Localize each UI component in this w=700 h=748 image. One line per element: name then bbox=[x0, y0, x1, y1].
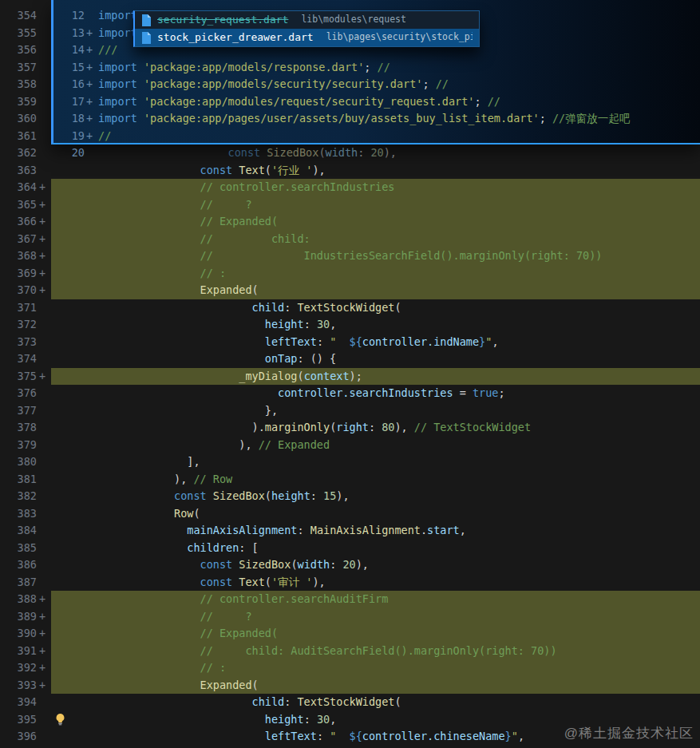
line-number[interactable]: 355 bbox=[0, 25, 37, 42]
suggestion-filename: security_request.dart bbox=[157, 11, 288, 29]
line-number[interactable]: 372 bbox=[0, 316, 37, 334]
line-content[interactable]: ], bbox=[51, 453, 700, 471]
line-number[interactable]: 375 bbox=[0, 368, 37, 386]
line-number[interactable]: 373 bbox=[0, 334, 37, 351]
line-content[interactable]: const SizedBox(width: 20), bbox=[51, 556, 700, 574]
line-number[interactable]: 368 bbox=[0, 247, 37, 265]
line-content[interactable]: const Text('行业 '), bbox=[51, 162, 700, 180]
line-number[interactable]: 365 bbox=[0, 196, 37, 214]
line-number[interactable]: 396 bbox=[0, 728, 37, 746]
line-content[interactable]: const Text('审计 '), bbox=[51, 574, 700, 592]
line-number[interactable]: 386 bbox=[0, 556, 37, 574]
line-number[interactable]: 366 bbox=[0, 213, 37, 231]
line-number[interactable]: 370 bbox=[0, 282, 37, 299]
line-number[interactable]: 357 bbox=[0, 59, 37, 77]
line-number[interactable]: 389 bbox=[0, 608, 37, 626]
line-gutter: 390+ bbox=[0, 625, 51, 643]
line-content[interactable]: // : bbox=[51, 659, 700, 677]
quick-fix-lightbulb-icon[interactable] bbox=[55, 714, 66, 726]
line-content[interactable]: leftText: " ${controller.indName}", bbox=[51, 334, 700, 351]
line-number[interactable]: 358 bbox=[0, 76, 37, 93]
line-number[interactable]: 383 bbox=[0, 505, 37, 523]
line-content[interactable]: Expanded( bbox=[51, 677, 700, 695]
line-number[interactable]: 378 bbox=[0, 419, 37, 437]
code-line: 387 const Text('审计 '), bbox=[0, 574, 700, 592]
line-content[interactable]: Expanded( bbox=[51, 282, 700, 299]
line-content[interactable]: 15+import 'package:app/models/response.d… bbox=[51, 59, 700, 77]
code-line: 36119+// bbox=[0, 128, 700, 145]
line-content[interactable]: }, bbox=[51, 402, 700, 420]
line-content[interactable]: child: TextStockWidget( bbox=[51, 694, 700, 711]
code-token: ${ bbox=[350, 335, 362, 348]
code-token: , bbox=[330, 318, 336, 330]
line-number[interactable]: 369 bbox=[0, 265, 37, 283]
line-content[interactable]: Row( bbox=[51, 505, 700, 523]
line-content[interactable]: mainAxisAlignment: MainAxisAlignment.sta… bbox=[51, 522, 700, 540]
indent-whitespace bbox=[70, 370, 239, 382]
line-number[interactable]: 371 bbox=[0, 299, 37, 317]
line-number[interactable]: 380 bbox=[0, 453, 37, 471]
line-content[interactable]: ).marginOnly(right: 80), // TextStockWid… bbox=[51, 419, 700, 437]
line-content[interactable]: child: TextStockWidget( bbox=[51, 299, 700, 317]
line-number[interactable]: 362 bbox=[0, 144, 37, 162]
line-content[interactable]: ), // Row bbox=[51, 471, 700, 489]
line-number[interactable]: 382 bbox=[0, 488, 37, 505]
line-content[interactable]: 20 const SizedBox(width: 20), bbox=[51, 144, 700, 162]
line-number[interactable]: 390 bbox=[0, 625, 37, 643]
line-content[interactable]: controller.searchIndustries = true; bbox=[51, 385, 700, 402]
line-content[interactable]: // ? bbox=[51, 196, 700, 214]
line-number[interactable]: 388 bbox=[0, 591, 37, 608]
code-token: : bbox=[317, 335, 330, 348]
line-number[interactable]: 392 bbox=[0, 659, 37, 677]
line-gutter: 396 bbox=[0, 728, 51, 746]
line-number[interactable]: 381 bbox=[0, 471, 37, 489]
line-number[interactable]: 376 bbox=[0, 385, 37, 402]
line-gutter: 360 bbox=[0, 110, 51, 128]
diff-added-marker bbox=[37, 471, 51, 489]
line-content[interactable]: // IndustriesSearchField().marginOnly(ri… bbox=[51, 247, 700, 265]
line-content[interactable]: ), // Expanded bbox=[51, 437, 700, 454]
line-content[interactable]: height: 30, bbox=[51, 316, 700, 334]
line-number[interactable]: 354 bbox=[0, 7, 37, 25]
line-number[interactable]: 385 bbox=[0, 540, 37, 557]
line-number[interactable]: 377 bbox=[0, 402, 37, 420]
line-number[interactable]: 367 bbox=[0, 231, 37, 248]
suggestion-item[interactable]: security_request.dartlib\modules\request bbox=[135, 11, 479, 29]
line-number[interactable]: 361 bbox=[0, 128, 37, 145]
line-content[interactable]: // controller.searchAuditFirm bbox=[51, 591, 700, 608]
line-content[interactable]: onTap: () { bbox=[51, 350, 700, 368]
line-content[interactable]: // controller.searchIndustries bbox=[51, 179, 700, 196]
line-content[interactable]: 17+import 'package:app/modules/request/s… bbox=[51, 93, 700, 111]
code-token bbox=[137, 61, 144, 73]
line-content[interactable]: // Expanded( bbox=[51, 213, 700, 231]
line-content[interactable]: children: [ bbox=[51, 540, 700, 557]
line-number[interactable]: 360 bbox=[0, 110, 37, 128]
code-token: : bbox=[284, 301, 297, 314]
suggestion-item[interactable]: stock_picker_dreawer.dartlib\pages\secur… bbox=[135, 29, 479, 46]
line-content[interactable]: // : bbox=[51, 265, 700, 283]
indent-whitespace bbox=[70, 318, 265, 330]
diff-added-marker bbox=[37, 59, 51, 77]
line-content[interactable]: // child: bbox=[51, 231, 700, 248]
line-content[interactable]: 18+import 'package:app/pages/user/assets… bbox=[51, 110, 700, 128]
line-number[interactable]: 395 bbox=[0, 711, 37, 729]
line-number[interactable]: 364 bbox=[0, 179, 37, 196]
line-content[interactable]: // child: AuditSearchField().marginOnly(… bbox=[51, 643, 700, 660]
line-number[interactable]: 379 bbox=[0, 437, 37, 454]
line-number[interactable]: 384 bbox=[0, 522, 37, 540]
line-number[interactable]: 359 bbox=[0, 93, 37, 111]
line-number[interactable]: 391 bbox=[0, 643, 37, 660]
line-content[interactable]: 16+import 'package:app/models/security/s… bbox=[51, 76, 700, 93]
line-number[interactable]: 374 bbox=[0, 350, 37, 368]
line-number[interactable]: 394 bbox=[0, 694, 37, 711]
line-number[interactable]: 393 bbox=[0, 677, 37, 695]
line-content[interactable]: // Expanded( bbox=[51, 625, 700, 643]
line-content[interactable]: 19+// bbox=[51, 128, 700, 145]
line-content[interactable]: const SizedBox(height: 15), bbox=[51, 488, 700, 505]
line-number[interactable]: 363 bbox=[0, 162, 37, 180]
line-number[interactable]: 387 bbox=[0, 574, 37, 592]
code-token: 20 bbox=[342, 558, 355, 571]
line-number[interactable]: 356 bbox=[0, 42, 37, 59]
line-content[interactable]: // ? bbox=[51, 608, 700, 626]
line-content[interactable]: _myDialog(context); bbox=[51, 368, 700, 386]
